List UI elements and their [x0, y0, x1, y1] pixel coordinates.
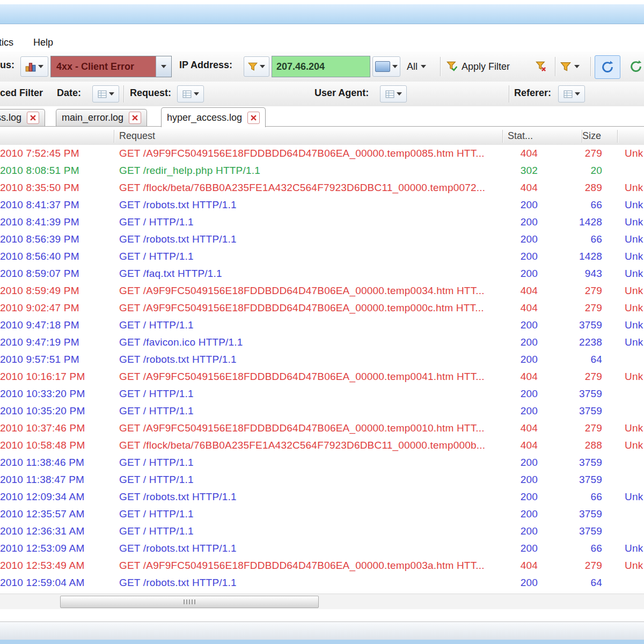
horizontal-scrollbar[interactable] — [0, 594, 644, 609]
column-separator[interactable] — [617, 130, 618, 143]
cell-useragent: Unk — [625, 196, 644, 214]
ip-address-label: IP Address: — [179, 60, 232, 71]
cell-time: 2010 8:56:40 PM — [0, 248, 113, 265]
table-row[interactable]: 2010 10:16:17 PMGET /A9F9FC5049156E18FDD… — [0, 368, 644, 385]
table-row[interactable]: 2010 9:57:51 PMGET /robots.txt HTTP/1.12… — [0, 351, 644, 368]
table-row[interactable]: 2010 8:08:51 PMGET /redir_help.php HTTP/… — [0, 162, 644, 179]
table-row[interactable]: 2010 12:59:04 AMGET /robots.txt HTTP/1.1… — [0, 574, 644, 591]
cell-size: 66 — [546, 488, 602, 506]
tab-close-button[interactable] — [129, 112, 141, 124]
cell-status: 200 — [499, 231, 538, 248]
grid-icon — [385, 90, 394, 99]
column-header-request[interactable]: Request — [119, 130, 155, 142]
cell-size: 289 — [546, 179, 602, 196]
cell-request: GET /A9F9FC5049156E18FDDBDD64D47B06EA_00… — [119, 145, 501, 162]
tab-hyper-access-log[interactable]: hyper_access.log — [161, 107, 266, 127]
tab-main-error-log[interactable]: main_error.log — [56, 109, 147, 126]
refresh-button[interactable] — [595, 55, 620, 79]
table-row[interactable]: 2010 7:52:45 PMGET /A9F9FC5049156E18FDDB… — [0, 145, 644, 162]
table-row[interactable]: 2010 9:02:47 PMGET /A9F9FC5049156E18FDDB… — [0, 299, 644, 317]
menu-help[interactable]: Help — [30, 35, 56, 50]
funnel-icon — [560, 61, 571, 72]
table-row[interactable]: 2010 9:47:18 PMGET / HTTP/1.12003759Unk — [0, 317, 644, 334]
scope-dropdown-label: All — [407, 61, 418, 72]
table-row[interactable]: 2010 8:56:40 PMGET / HTTP/1.12001428Unk — [0, 248, 644, 265]
table-row[interactable]: 2010 12:36:31 AMGET / HTTP/1.12003759 — [0, 523, 644, 540]
table-row[interactable]: 2010 8:56:39 PMGET /robots.txt HTTP/1.12… — [0, 231, 644, 248]
column-separator[interactable] — [114, 130, 114, 143]
column-separator[interactable] — [582, 130, 582, 143]
cell-size: 66 — [546, 196, 602, 214]
tab-close-button[interactable] — [27, 112, 39, 124]
cell-useragent: Unk — [625, 265, 644, 282]
cell-useragent: Unk — [625, 420, 644, 437]
column-header-status[interactable]: Stat... — [508, 130, 533, 142]
cell-size: 3759 — [546, 523, 602, 540]
table-row[interactable]: 2010 8:59:07 PMGET /faq.txt HTTP/1.12009… — [0, 265, 644, 282]
cell-size: 3759 — [546, 317, 602, 334]
cell-useragent: Unk — [625, 214, 644, 231]
advanced-filter-toolbar: ced Filter Date: Request: User Agent: — [0, 82, 644, 107]
date-filter-button[interactable] — [92, 85, 119, 103]
filter-presets-dropdown[interactable] — [560, 56, 580, 77]
cell-size: 1428 — [546, 248, 602, 265]
cell-useragent: Unk — [625, 437, 644, 454]
cell-useragent: Unk — [625, 231, 644, 248]
table-row[interactable]: 2010 12:35:57 AMGET / HTTP/1.12003759 — [0, 506, 644, 523]
combo-dropdown-button[interactable] — [156, 56, 171, 77]
chevron-down-icon — [575, 92, 580, 96]
toolbar-separator — [440, 57, 441, 76]
ip-match-mode-button[interactable] — [372, 56, 400, 77]
cell-request: GET /flock/beta/76BB0A235FE1A432C564F792… — [119, 437, 501, 454]
table-row[interactable]: 2010 8:35:50 PMGET /flock/beta/76BB0A235… — [0, 179, 644, 196]
cell-size: 3759 — [546, 471, 602, 488]
cell-useragent: Unk — [625, 317, 644, 334]
window-titlebar[interactable] — [0, 4, 644, 24]
cell-status: 200 — [499, 488, 538, 506]
table-row[interactable]: 2010 10:33:20 PMGET / HTTP/1.12003759 — [0, 385, 644, 402]
apply-filter-button[interactable]: Apply Filter — [447, 56, 510, 77]
status-filter-combobox[interactable]: 4xx - Client Error — [50, 56, 172, 77]
table-row[interactable]: 2010 12:09:34 AMGET /robots.txt HTTP/1.1… — [0, 488, 644, 506]
cell-status: 404 — [499, 557, 538, 574]
cell-status: 200 — [499, 506, 538, 523]
table-row[interactable]: 2010 11:38:46 PMGET / HTTP/1.12003759 — [0, 454, 644, 471]
cell-request: GET /robots.txt HTTP/1.1 — [119, 196, 501, 214]
scrollbar-thumb[interactable] — [60, 596, 319, 608]
cell-size: 3759 — [546, 385, 602, 402]
referer-filter-button[interactable] — [558, 85, 585, 103]
column-separator[interactable] — [502, 130, 503, 143]
table-row[interactable]: 2010 11:38:47 PMGET / HTTP/1.12003759 — [0, 471, 644, 488]
auto-refresh-button[interactable] — [624, 56, 644, 77]
table-row[interactable]: 2010 8:59:49 PMGET /A9F9FC5049156E18FDDB… — [0, 282, 644, 299]
cell-time: 2010 12:53:49 AM — [0, 557, 113, 574]
cell-request: GET /robots.txt HTTP/1.1 — [119, 488, 501, 506]
scope-dropdown[interactable]: All — [407, 56, 426, 77]
chevron-down-icon — [574, 65, 580, 68]
cell-size: 1428 — [546, 214, 602, 231]
tab-close-button[interactable] — [247, 112, 260, 124]
table-row[interactable]: 2010 9:47:19 PMGET /favicon.ico HTTP/1.1… — [0, 334, 644, 351]
chevron-down-icon — [109, 92, 114, 96]
cell-time: 2010 8:56:39 PM — [0, 231, 113, 248]
request-filter-button[interactable] — [177, 85, 204, 103]
cell-status: 200 — [499, 574, 538, 591]
table-row[interactable]: 2010 10:58:48 PMGET /flock/beta/76BB0A23… — [0, 437, 644, 454]
column-header-size[interactable]: Size — [547, 130, 601, 142]
tab-access-log[interactable]: ss.log — [0, 109, 45, 126]
menu-statistics[interactable]: tics — [0, 35, 17, 50]
remove-filter-button[interactable] — [530, 56, 552, 77]
cell-request: GET /A9F9FC5049156E18FDDBDD64D47B06EA_00… — [119, 420, 501, 437]
table-row[interactable]: 2010 8:41:39 PMGET / HTTP/1.12001428Unk — [0, 214, 644, 231]
funnel-check-icon — [447, 61, 457, 72]
ip-address-input[interactable] — [272, 56, 370, 77]
cell-status: 200 — [499, 317, 538, 334]
table-row[interactable]: 2010 12:53:49 AMGET /A9F9FC5049156E18FDD… — [0, 557, 644, 574]
table-row[interactable]: 2010 8:41:37 PMGET /robots.txt HTTP/1.12… — [0, 196, 644, 214]
table-row[interactable]: 2010 10:37:46 PMGET /A9F9FC5049156E18FDD… — [0, 420, 644, 437]
user-agent-filter-button[interactable] — [380, 85, 407, 103]
table-row[interactable]: 2010 10:35:20 PMGET / HTTP/1.12003759 — [0, 402, 644, 420]
status-field-button[interactable] — [20, 56, 48, 77]
table-row[interactable]: 2010 12:53:09 AMGET /robots.txt HTTP/1.1… — [0, 540, 644, 557]
ip-field-button[interactable] — [244, 56, 269, 77]
